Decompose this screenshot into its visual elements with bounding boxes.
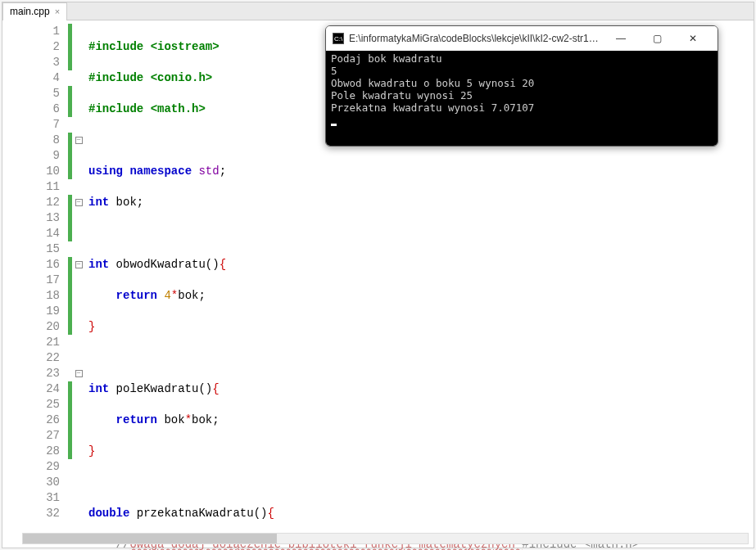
maximize-button[interactable]: ▢ (639, 26, 675, 51)
brace: } (88, 444, 95, 458)
line-number: 18 (2, 288, 60, 304)
paren: () (198, 382, 212, 395)
line-number: 30 (2, 475, 60, 490)
brace: { (220, 258, 226, 271)
line-number: 6 (2, 101, 60, 117)
line-number: 10 (2, 164, 60, 179)
console-line: Obwod kwadratu o boku 5 wynosi 20 (331, 77, 713, 89)
fold-toggle-icon[interactable]: − (75, 370, 83, 377)
fold-toggle-icon[interactable]: − (75, 137, 83, 144)
console-line: Przekatna kwadratu wynosi 7.07107 (331, 101, 713, 114)
line-number: 14 (2, 226, 60, 241)
fold-toggle-icon[interactable]: − (75, 261, 83, 268)
fold-toggle-icon[interactable]: − (75, 199, 83, 206)
func: poleKwadratu (116, 382, 199, 395)
line-number: 20 (2, 319, 60, 335)
kw: using (88, 165, 129, 178)
line-number: 24 (2, 381, 60, 397)
brace: } (88, 320, 95, 333)
console-window: C:\ E:\informatykaMiGra\codeBlocks\lekcj… (325, 25, 718, 147)
op: * (185, 413, 192, 426)
paren: () (254, 507, 268, 520)
line-number: 3 (2, 55, 60, 70)
kw: int (88, 196, 116, 209)
line-number: 22 (2, 350, 60, 366)
line-number: 16 (2, 257, 60, 273)
console-line: 5 (331, 65, 713, 77)
scrollbar-thumb[interactable] (23, 534, 277, 543)
line-number: 2 (2, 39, 60, 55)
tab-label: main.cpp (10, 6, 50, 17)
line-number: 5 (2, 86, 60, 101)
console-line: Pole kwadratu wynosi 25 (331, 89, 713, 101)
console-icon: C:\ (333, 33, 344, 44)
line-number: 19 (2, 304, 60, 319)
line-number: 1 (2, 24, 60, 39)
op: * (171, 289, 178, 302)
num: 4 (164, 289, 170, 302)
ident: bok (164, 413, 184, 426)
ident: bok (178, 289, 198, 302)
console-output[interactable]: Podaj bok kwadratu 5 Obwod kwadratu o bo… (326, 51, 718, 146)
kw: int (88, 258, 116, 271)
kw: return (88, 413, 164, 426)
console-line: Podaj bok kwadratu (331, 52, 713, 65)
line-number: 9 (2, 148, 60, 164)
kw: int (88, 382, 116, 395)
line-number: 26 (2, 412, 60, 428)
ident: bok (116, 196, 137, 209)
line-number: 27 (2, 428, 60, 444)
preproc: #include (88, 40, 151, 53)
fold-column: − − − − (72, 24, 85, 528)
line-number: 29 (2, 459, 60, 475)
line-number: 28 (2, 444, 60, 459)
punct: ; (212, 413, 219, 426)
line-number: 23 (2, 366, 60, 381)
line-number: 32 (2, 506, 60, 521)
punct: ; (220, 165, 226, 178)
console-title: E:\informatykaMiGra\codeBlocks\lekcje\kI… (349, 33, 603, 44)
line-number: 17 (2, 273, 60, 288)
brace: { (267, 507, 274, 520)
tab-bar: main.cpp × (2, 2, 754, 20)
close-button[interactable]: ✕ (675, 26, 711, 51)
punct: ; (198, 289, 205, 302)
line-number: 11 (2, 179, 60, 195)
func: przekatnaKwadratu (137, 507, 254, 520)
line-number: 7 (2, 117, 60, 133)
kw: double (88, 507, 137, 520)
header: <conio.h> (151, 71, 213, 84)
header: <iostream> (151, 40, 220, 53)
kw: return (88, 289, 164, 302)
line-number: 15 (2, 241, 60, 257)
horizontal-scrollbar[interactable] (22, 533, 749, 544)
line-number: 13 (2, 210, 60, 226)
line-number-gutter: 1 2 3 4 5 6 7 8 9 10 11 12 13 14 15 16 1… (2, 24, 68, 528)
brace: { (212, 382, 219, 395)
preproc: #include (88, 71, 151, 84)
kw: namespace (129, 165, 198, 178)
file-tab[interactable]: main.cpp × (2, 2, 67, 20)
func: obwodKwadratu (116, 258, 206, 271)
line-number: 4 (2, 70, 60, 86)
line-number: 25 (2, 397, 60, 412)
ident: bok (192, 413, 212, 426)
line-number: 31 (2, 490, 60, 506)
tab-close-icon[interactable]: × (55, 7, 60, 16)
punct: ; (137, 196, 143, 209)
header: <math.h> (151, 102, 206, 115)
preproc: #include (88, 102, 151, 115)
paren: () (206, 258, 220, 271)
ident: std (198, 165, 219, 178)
minimize-button[interactable]: — (603, 26, 639, 51)
line-number: 21 (2, 335, 60, 350)
console-titlebar[interactable]: C:\ E:\informatykaMiGra\codeBlocks\lekcj… (326, 26, 718, 51)
line-number: 12 (2, 195, 60, 210)
line-number: 8 (2, 133, 60, 148)
cursor-icon (331, 124, 337, 126)
